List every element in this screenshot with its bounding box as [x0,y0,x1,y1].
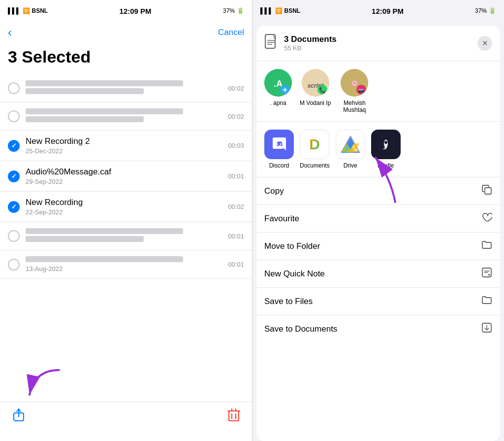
action-favourite-label: Favourite [264,214,299,224]
blurred-date [26,116,144,122]
list-item[interactable]: New Recording 22-Sep-2022 00:02 [0,192,252,222]
action-save-documents-label: Save to Documents [264,324,337,334]
contact-name-mvod: M Vodani Ip [300,100,331,106]
contacts-row: .A ✈ . apna script 📞 M Vod [256,61,500,122]
right-carrier: ▌▌▌ 🛜 BSNL [260,7,300,14]
contact-avatar-mvod: script 📞 [302,69,329,97]
checkbox-6[interactable] [8,230,20,242]
contact-name-mehvish: Mehvish Mushtaq [339,100,370,113]
action-move-folder-label: Move to Folder [264,241,320,251]
cancel-button[interactable]: Cancel [218,28,244,37]
app-name-documents: Documents [300,162,330,169]
contact-name-apna: . apna [270,100,286,106]
recording-title-4: Audio%20Message.caf [26,167,222,177]
svg-rect-2 [229,411,239,421]
duration-4: 00:01 [228,172,244,180]
share-subtitle: 55 KB [284,44,337,52]
contact-avatar-apna: .A ✈ [264,69,292,97]
folder2-icon [481,295,492,308]
list-item[interactable]: 00:01 [0,222,252,250]
blurred-title [26,228,183,234]
checkbox-1[interactable] [8,82,20,94]
blurred-date [26,88,144,94]
svg-rect-32 [485,188,491,194]
list-item[interactable]: New Recording 2 25-Dec-2022 00:03 [0,131,252,161]
documents-icon: D [300,130,329,159]
blurred-title [26,80,183,86]
left-status-bar: ▌▌▌ 🛜 BSNL 12:09 PM 37% 🔋 [0,0,252,22]
recording-list: 00:02 00:02 New Recording 2 25-Dec-2022 … [0,74,252,402]
contact-apna[interactable]: .A ✈ . apna [264,69,292,113]
app-discord[interactable]: Discord [264,130,294,169]
action-quick-note[interactable]: New Quick Note [256,260,500,288]
svg-text:📞: 📞 [318,86,326,94]
list-item[interactable]: 00:02 [0,102,252,131]
share-header: 3 Documents 55 KB ✕ [256,26,500,61]
share-title: 3 Documents [284,34,337,44]
blurred-date [26,236,144,242]
app-documents[interactable]: D Documents [300,130,330,169]
duration-1: 00:02 [228,85,244,92]
duration-5: 00:02 [228,203,244,210]
share-button[interactable] [12,408,26,425]
contact-avatar-mehvish: 🌸 📷 [341,69,368,97]
blurred-title [26,108,183,114]
checkbox-4[interactable] [8,170,20,182]
right-time: 12:09 PM [372,7,404,15]
heart-icon [481,212,492,225]
left-carrier: ▌▌▌ 🛜 BSNL [8,7,48,14]
share-sheet: 3 Documents 55 KB ✕ .A ✈ . apna [256,26,500,441]
back-button[interactable]: ‹ [8,26,12,39]
blurred-title [26,256,183,262]
right-status-bar: ▌▌▌ 🛜 BSNL 12:09 PM 37% 🔋 [252,0,504,22]
svg-text:📷: 📷 [358,87,365,94]
save-icon [481,322,492,336]
file-icon [264,34,278,53]
list-item[interactable]: Audio%20Message.caf 29-Sep-2022 00:01 [0,161,252,192]
delete-button[interactable] [227,408,240,425]
left-time: 12:09 PM [120,7,152,15]
action-quick-note-label: New Quick Note [264,269,325,279]
arrow-drive [351,143,415,209]
recording-title-5: New Recording [26,198,222,207]
app-name-discord: Discord [269,162,289,169]
action-favourite[interactable]: Favourite [256,205,500,233]
quicknote-icon [481,267,492,280]
close-share-button[interactable]: ✕ [477,36,492,51]
recording-date-4: 29-Sep-2022 [26,178,222,185]
left-battery: 37% 🔋 [223,7,244,14]
recording-title-3: New Recording 2 [26,136,222,146]
duration-6: 00:01 [228,233,244,240]
svg-text:D: D [310,136,320,152]
recording-date-5: 22-Sep-2022 [26,208,222,216]
action-save-files[interactable]: Save to Files [256,288,500,315]
checkbox-3[interactable] [8,140,20,152]
duration-2: 00:02 [228,113,244,120]
discord-icon [264,130,294,159]
duration-3: 00:03 [228,142,244,149]
recording-date-7: 13-Aug-2022 [26,265,222,272]
folder-icon [481,239,492,253]
contact-mehvish[interactable]: 🌸 📷 Mehvish Mushtaq [339,69,370,113]
copy-icon [481,184,492,198]
action-save-files-label: Save to Files [264,297,313,306]
checkbox-7[interactable] [8,259,20,271]
selected-title: 3 Selected [0,43,252,74]
right-battery: 37% 🔋 [475,7,496,14]
action-save-documents[interactable]: Save to Documents [256,315,500,342]
list-item[interactable]: 00:02 [0,74,252,102]
left-panel: ▌▌▌ 🛜 BSNL 12:09 PM 37% 🔋 ‹ Cancel 3 Sel… [0,0,252,441]
bottom-toolbar [0,402,252,441]
svg-text:🌸: 🌸 [351,80,358,86]
right-panel: ▌▌▌ 🛜 BSNL 12:09 PM 37% 🔋 3 Docu [252,0,504,441]
checkbox-5[interactable] [8,201,20,213]
recording-date-3: 25-Dec-2022 [26,147,222,155]
list-item[interactable]: 13-Aug-2022 00:01 [0,250,252,279]
svg-text:✈: ✈ [283,87,287,94]
arrow-share [25,365,64,407]
duration-7: 00:01 [228,261,244,268]
contact-mvod[interactable]: script 📞 M Vodani Ip [300,69,331,113]
action-move-folder[interactable]: Move to Folder [256,233,500,260]
left-nav-bar: ‹ Cancel [0,22,252,43]
checkbox-2[interactable] [8,110,20,122]
